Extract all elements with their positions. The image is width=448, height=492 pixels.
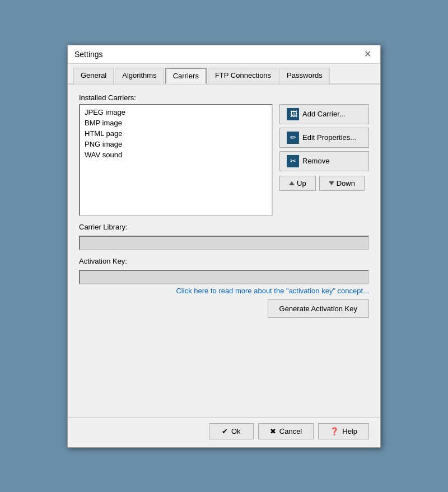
list-item[interactable]: PNG image (83, 139, 268, 149)
installed-carriers-section: Installed Carriers: JPEG image BMP image… (79, 93, 369, 216)
close-button[interactable]: ✕ (362, 50, 374, 59)
add-carrier-icon: 🖼 (287, 108, 299, 120)
remove-icon: ✂ (287, 155, 299, 167)
down-icon (329, 181, 334, 185)
installed-carriers-label: Installed Carriers: (79, 93, 369, 102)
footer: ✔ Ok ✖ Cancel ❓ Help (68, 417, 380, 447)
list-item[interactable]: BMP image (83, 118, 268, 128)
svg-text:✏: ✏ (290, 133, 296, 142)
tab-algorithms[interactable]: Algorithms (115, 68, 164, 84)
cancel-icon: ✖ (270, 427, 276, 435)
tab-carriers[interactable]: Carriers (165, 68, 207, 84)
ok-icon: ✔ (222, 427, 228, 435)
list-item[interactable]: JPEG image (83, 107, 268, 117)
settings-dialog: Settings ✕ General Algorithms Carriers F… (67, 45, 381, 448)
activation-key-link[interactable]: Click here to read more about the "activ… (79, 287, 369, 295)
tab-content: Installed Carriers: JPEG image BMP image… (68, 85, 380, 417)
dialog-title: Settings (74, 50, 103, 59)
carriers-buttons: 🖼 Add Carrier... ✏ Edit Properties.. (279, 104, 369, 216)
generate-activation-key-button[interactable]: Generate Activation Key (268, 299, 369, 318)
up-icon (289, 181, 295, 185)
svg-text:🖼: 🖼 (290, 110, 297, 118)
activation-key-section: Activation Key: Click here to read more … (79, 257, 369, 318)
tab-general[interactable]: General (73, 68, 114, 84)
svg-text:✂: ✂ (290, 157, 296, 165)
tab-passwords[interactable]: Passwords (279, 68, 330, 84)
up-down-row: Up Down (279, 176, 369, 191)
title-bar: Settings ✕ (68, 45, 380, 64)
activation-key-label: Activation Key: (79, 257, 369, 265)
ok-button[interactable]: ✔ Ok (209, 423, 254, 439)
list-item[interactable]: WAV sound (83, 150, 268, 160)
tab-ftp-connections[interactable]: FTP Connections (208, 68, 278, 84)
carrier-library-input[interactable] (79, 236, 369, 250)
cancel-button[interactable]: ✖ Cancel (258, 423, 314, 439)
add-carrier-button[interactable]: 🖼 Add Carrier... (279, 104, 369, 124)
tabs-bar: General Algorithms Carriers FTP Connecti… (68, 64, 380, 85)
carriers-list[interactable]: JPEG image BMP image HTML page PNG image… (79, 104, 273, 216)
carrier-library-label: Carrier Library: (79, 223, 369, 231)
carriers-row: JPEG image BMP image HTML page PNG image… (79, 104, 369, 216)
edit-properties-button[interactable]: ✏ Edit Properties... (279, 128, 369, 148)
down-button[interactable]: Down (319, 176, 365, 191)
edit-properties-icon: ✏ (287, 132, 299, 144)
help-button[interactable]: ❓ Help (318, 423, 369, 439)
list-item[interactable]: HTML page (83, 129, 268, 138)
remove-button[interactable]: ✂ Remove (279, 151, 369, 171)
help-icon: ❓ (330, 427, 339, 435)
carrier-library-section: Carrier Library: (79, 223, 369, 250)
up-button[interactable]: Up (279, 176, 316, 191)
activation-key-input[interactable] (79, 270, 369, 284)
